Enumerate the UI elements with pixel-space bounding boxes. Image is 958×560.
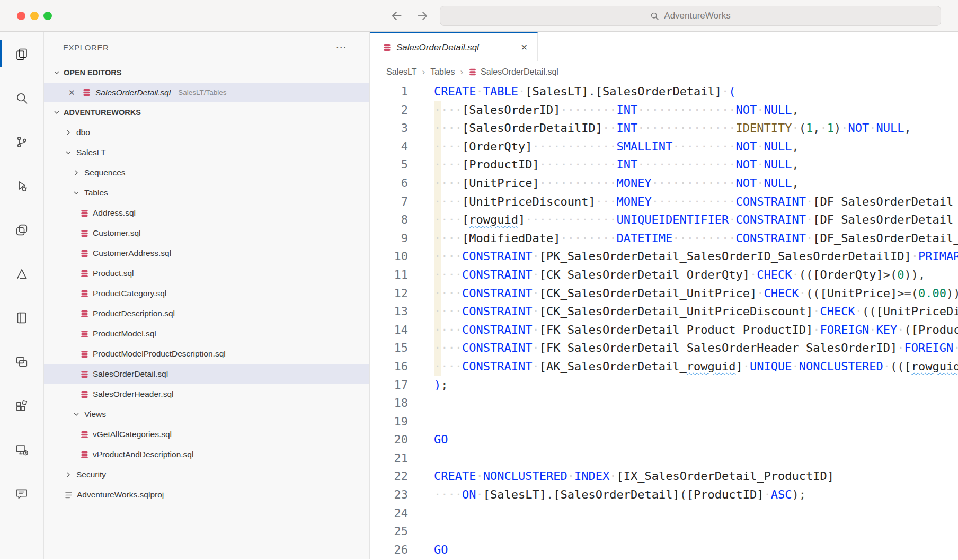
database-icon <box>80 350 89 359</box>
close-editor-icon[interactable]: ✕ <box>68 88 78 97</box>
database-icon <box>80 209 89 218</box>
tree-item-productmodel.sql[interactable]: ProductModel.sql <box>44 324 369 344</box>
line-number: 24 <box>370 504 408 523</box>
tree-item-sequences[interactable]: Sequences <box>44 163 369 183</box>
code-line-6: 6····[UnitPrice]···········MONEY········… <box>370 174 958 193</box>
close-window-button[interactable] <box>17 12 25 20</box>
activity-bar-item-remote-explorer[interactable] <box>0 428 43 472</box>
tree-item-saleslt[interactable]: SalesLT <box>44 143 369 163</box>
file-tree: dboSalesLTSequencesTablesAddress.sqlCust… <box>44 122 369 505</box>
zoom-window-button[interactable] <box>43 12 52 20</box>
code-line-21: 21 <box>370 449 958 468</box>
code-line-8: 8····[rowguid]·············UNIQUEIDENTIF… <box>370 211 958 229</box>
tab-salesorderdetail[interactable]: SalesOrderDetail.sql ✕ <box>370 32 538 61</box>
breadcrumb-file[interactable]: SalesOrderDetail.sql <box>468 67 558 77</box>
activity-bar-item-comments[interactable] <box>0 472 43 515</box>
tree-item-label: SalesOrderHeader.sql <box>93 389 174 399</box>
database-icon <box>383 43 392 52</box>
close-tab-button[interactable]: ✕ <box>521 42 528 52</box>
code-line-9: 9····[ModifiedDate]········DATETIME·····… <box>370 229 958 248</box>
open-editor-filename: SalesOrderDetail.sql <box>95 88 171 97</box>
line-number: 22 <box>370 467 408 486</box>
database-icon <box>80 450 89 459</box>
code-line-17: 17); <box>370 376 958 395</box>
breadcrumb-separator: › <box>422 67 425 77</box>
chevron-down-icon[interactable] <box>64 148 73 157</box>
tree-item-productmodelproductdescription.sql[interactable]: ProductModelProductDescription.sql <box>44 344 369 364</box>
code-line-25: 25 <box>370 522 958 541</box>
code-line-1: 1CREATE·TABLE·[SalesLT].[SalesOrderDetai… <box>370 83 958 101</box>
tree-item-label: dbo <box>76 128 90 137</box>
chevron-right-icon[interactable] <box>72 168 81 177</box>
line-number: 15 <box>370 339 408 358</box>
chevron-right-icon[interactable] <box>64 470 73 479</box>
workspace-section-header[interactable]: ADVENTUREWORKS <box>44 102 369 122</box>
tree-item-label: ProductCategory.sql <box>93 289 166 298</box>
line-number: 19 <box>370 413 408 431</box>
chevron-down-icon <box>52 108 61 117</box>
tab-bar: SalesOrderDetail.sql ✕ <box>370 32 958 61</box>
tree-item-vgetallcategories.sql[interactable]: vGetAllCategories.sql <box>44 424 369 445</box>
chevron-down-icon[interactable] <box>72 189 81 197</box>
tree-item-vproductanddescription.sql[interactable]: vProductAndDescription.sql <box>44 445 369 465</box>
tree-item-security[interactable]: Security <box>44 465 369 485</box>
tree-item-adventureworks.sqlproj[interactable]: AdventureWorks.sqlproj <box>44 485 369 505</box>
tree-item-views[interactable]: Views <box>44 404 369 424</box>
breadcrumb-schema[interactable]: SalesLT <box>386 67 417 77</box>
command-center-search[interactable]: AdventureWorks <box>440 6 941 26</box>
chevron-down-icon[interactable] <box>72 410 81 419</box>
code-line-7: 7····[UnitPriceDiscount]···MONEY········… <box>370 193 958 211</box>
activity-bar-item-azure[interactable] <box>0 252 43 296</box>
notebooks-icon <box>15 311 29 325</box>
tree-item-product.sql[interactable]: Product.sql <box>44 263 369 283</box>
activity-bar-item-windows[interactable] <box>0 340 43 384</box>
tree-item-salesorderheader.sql[interactable]: SalesOrderHeader.sql <box>44 384 369 404</box>
tree-item-tables[interactable]: Tables <box>44 183 369 203</box>
activity-bar-item-database-projects[interactable] <box>0 208 43 252</box>
chevron-down-icon <box>52 68 61 77</box>
database-icon <box>80 309 89 318</box>
database-projects-icon <box>15 223 29 237</box>
forward-button[interactable] <box>415 0 429 31</box>
line-number: 2 <box>370 101 408 120</box>
line-number: 21 <box>370 449 408 468</box>
line-number: 26 <box>370 541 408 559</box>
open-editor-item[interactable]: ✕ SalesOrderDetail.sql SalesLT/Tables <box>44 83 369 102</box>
more-actions-button[interactable]: ⋯ <box>335 41 347 54</box>
database-icon <box>80 390 89 399</box>
tree-item-customeraddress.sql[interactable]: CustomerAddress.sql <box>44 243 369 263</box>
code-line-15: 15····CONSTRAINT·[FK_SalesOrderDetail_Sa… <box>370 339 958 358</box>
tree-item-customer.sql[interactable]: Customer.sql <box>44 223 369 243</box>
tree-item-salesorderdetail.sql[interactable]: SalesOrderDetail.sql <box>44 364 369 384</box>
open-editors-section-header[interactable]: OPEN EDITORS <box>44 63 369 83</box>
database-icon <box>80 249 89 258</box>
back-button[interactable] <box>390 0 404 31</box>
code-line-3: 3····[SalesOrderDetailID]··INT··········… <box>370 119 958 138</box>
database-icon <box>468 68 477 76</box>
activity-bar-item-notebooks[interactable] <box>0 296 43 340</box>
code-line-10: 10····CONSTRAINT·[PK_SalesOrderDetail_Sa… <box>370 247 958 266</box>
editor-code[interactable]: 1CREATE·TABLE·[SalesLT].[SalesOrderDetai… <box>370 83 958 559</box>
breadcrumb-folder[interactable]: Tables <box>430 67 455 77</box>
azure-icon <box>15 267 29 281</box>
tree-item-address.sql[interactable]: Address.sql <box>44 203 369 223</box>
window-controls <box>17 12 52 20</box>
code-line-5: 5····[ProductID]···········INT··········… <box>370 156 958 174</box>
code-line-19: 19 <box>370 413 958 431</box>
code-line-4: 4····[OrderQty]············SMALLINT·····… <box>370 138 958 156</box>
tree-item-productcategory.sql[interactable]: ProductCategory.sql <box>44 283 369 304</box>
line-number: 7 <box>370 193 408 211</box>
tree-item-productdescription.sql[interactable]: ProductDescription.sql <box>44 304 369 324</box>
code-line-24: 24 <box>370 504 958 523</box>
activity-bar-item-explorer[interactable] <box>0 32 43 76</box>
activity-bar-item-source-control[interactable] <box>0 120 43 164</box>
code-line-11: 11····CONSTRAINT·[CK_SalesOrderDetail_Or… <box>370 266 958 285</box>
activity-bar-item-extensions[interactable] <box>0 384 43 428</box>
tree-item-dbo[interactable]: dbo <box>44 122 369 143</box>
minimize-window-button[interactable] <box>30 12 39 20</box>
database-icon <box>82 88 91 97</box>
activity-bar-item-run-debug[interactable] <box>0 164 43 208</box>
activity-bar-item-search[interactable] <box>0 76 43 120</box>
tree-item-label: Sequences <box>84 168 126 177</box>
chevron-right-icon[interactable] <box>64 128 73 137</box>
